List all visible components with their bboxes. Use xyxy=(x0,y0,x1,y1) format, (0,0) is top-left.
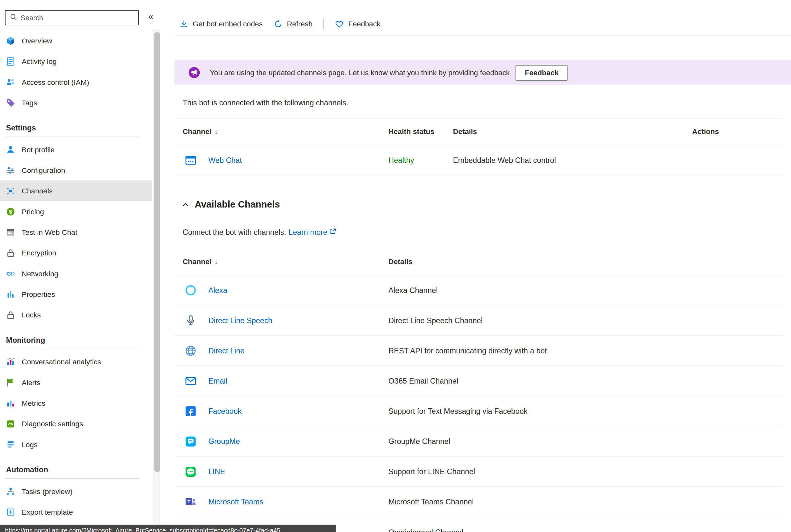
channel-link-line[interactable]: LINE xyxy=(208,467,225,476)
subtitle-text: Connect the bot with channels. xyxy=(183,228,286,236)
channel-link-direct-line-speech[interactable]: Direct Line Speech xyxy=(208,316,272,325)
locks-icon xyxy=(6,310,15,319)
resource-menu-sidebar: Search « OverviewActivity logAccess cont… xyxy=(0,0,161,532)
channel-link-facebook[interactable]: Facebook xyxy=(208,407,241,415)
sidebar-item-alerts[interactable]: Alerts xyxy=(0,372,152,393)
feedback-toolbar-label: Feedback xyxy=(348,20,380,27)
networking-icon xyxy=(6,269,15,278)
channel-link-web-chat[interactable]: Web Chat xyxy=(208,156,242,165)
available-table-header: Channel ↓ Details xyxy=(174,248,784,275)
collapse-sidebar-icon[interactable]: « xyxy=(148,12,153,21)
sidebar-item-locks[interactable]: Locks xyxy=(0,305,152,325)
alexa-icon xyxy=(185,284,197,296)
banner-feedback-button[interactable]: Feedback xyxy=(516,65,568,81)
direct-line-icon xyxy=(185,344,197,357)
sidebar-item-metrics[interactable]: Metrics xyxy=(0,393,152,413)
available-channels-subtitle: Connect the bot with channels. Learn mor… xyxy=(183,228,336,236)
azure-portal-bot-channels-page: Search « OverviewActivity logAccess cont… xyxy=(0,0,791,532)
connected-channel-row: Web ChatHealthyEmbeddable Web Chat contr… xyxy=(174,145,784,175)
channel-details: Microsoft Teams Channel xyxy=(380,497,784,506)
sidebar-item-label: Logs xyxy=(21,440,37,448)
alerts-icon xyxy=(6,378,15,387)
sidebar-item-label: Conversational analytics xyxy=(21,358,101,366)
browser-status-bar: https://ms.portal.azure.com/?Microsoft_A… xyxy=(0,525,336,532)
get-bot-embed-codes-button[interactable]: Get bot embed codes xyxy=(180,19,263,28)
activity-log-icon xyxy=(6,57,15,65)
channel-details: Omnichannel Channel xyxy=(380,528,784,532)
sidebar-scrollbar[interactable] xyxy=(153,29,160,532)
megaphone-icon xyxy=(188,66,200,79)
search-input[interactable]: Search xyxy=(5,10,139,25)
sidebar-item-tags[interactable]: Tags xyxy=(0,92,152,113)
available-channel-row: Direct Line SpeechDirect Line Speech Cha… xyxy=(174,305,784,336)
sidebar-item-configuration[interactable]: Configuration xyxy=(0,160,152,180)
sidebar-item-activity-log[interactable]: Activity log xyxy=(0,51,152,71)
status-url-text: https://ms.portal.azure.com/?Microsoft_A… xyxy=(5,527,286,532)
nav-section-automation: Automation xyxy=(0,462,152,477)
available-channel-row: LINELINESupport for LINE Channel xyxy=(174,456,784,487)
sidebar-item-label: Channels xyxy=(21,187,52,195)
sidebar-item-pricing[interactable]: $Pricing xyxy=(0,201,152,222)
overview-icon xyxy=(6,36,15,45)
nav-section-divider xyxy=(5,136,139,137)
export-template-icon xyxy=(6,507,15,516)
column-header-channel[interactable]: Channel ↓ xyxy=(174,128,380,136)
facebook-icon xyxy=(185,405,197,417)
channel-link-direct-line[interactable]: Direct Line xyxy=(208,346,244,355)
conversational-analytics-icon xyxy=(6,357,15,366)
channel-details: Support for LINE Channel xyxy=(380,467,784,476)
learn-more-link[interactable]: Learn more xyxy=(289,228,337,236)
diagnostic-settings-icon xyxy=(6,419,15,428)
pricing-icon: $ xyxy=(6,207,15,216)
column-header-actions: Actions xyxy=(684,128,784,136)
sidebar-item-overview[interactable]: Overview xyxy=(0,30,152,51)
sidebar-item-channels[interactable]: Channels xyxy=(0,180,152,201)
svg-text:T: T xyxy=(187,499,190,504)
sidebar-item-export-template[interactable]: Export template xyxy=(0,501,152,522)
sidebar-item-label: Overview xyxy=(21,37,52,45)
column-header-details: Details xyxy=(445,128,684,136)
sort-descending-icon: ↓ xyxy=(215,258,218,265)
sidebar-item-test-in-web-chat[interactable]: Test in Web Chat xyxy=(0,222,152,242)
channel-link-alexa[interactable]: Alexa xyxy=(208,286,227,294)
line-icon: LINE xyxy=(185,466,197,478)
sidebar-item-label: Test in Web Chat xyxy=(21,228,77,236)
sidebar-item-diagnostic-settings[interactable]: Diagnostic settings xyxy=(0,413,152,434)
sidebar-item-label: Pricing xyxy=(21,208,44,215)
available-channel-row: EmailO365 Email Channel xyxy=(174,366,784,396)
available-channel-row: TMicrosoft TeamsMicrosoft Teams Channel xyxy=(174,487,784,517)
channel-link-microsoft-teams[interactable]: Microsoft Teams xyxy=(208,497,263,506)
channel-details: Embeddable Web Chat control xyxy=(445,156,684,165)
connected-table-header: Channel ↓ Health status Details Actions xyxy=(174,118,784,145)
toolbar-separator xyxy=(174,35,791,36)
sidebar-item-conversational-analytics[interactable]: Conversational analytics xyxy=(0,352,152,372)
connected-channels-intro: This bot is connected with the following… xyxy=(183,98,348,107)
channels-icon xyxy=(6,186,15,195)
channel-link-email[interactable]: Email xyxy=(208,377,227,385)
sidebar-item-bot-profile[interactable]: Bot profile xyxy=(0,139,152,160)
sidebar-item-label: Diagnostic settings xyxy=(21,420,83,428)
feedback-toolbar-button[interactable]: Feedback xyxy=(335,19,380,28)
sidebar-item-access-control-iam[interactable]: Access control (IAM) xyxy=(0,72,152,92)
chevron-up-icon[interactable] xyxy=(182,201,189,209)
refresh-button[interactable]: Refresh xyxy=(274,19,312,28)
refresh-icon xyxy=(274,19,282,28)
sidebar-item-encryption[interactable]: Encryption xyxy=(0,243,152,263)
updated-page-banner: You are using the updated channels page.… xyxy=(174,60,791,84)
channel-link-groupme[interactable]: GroupMe xyxy=(208,437,240,445)
sidebar-item-label: Metrics xyxy=(21,399,45,407)
nav-section-monitoring: Monitoring xyxy=(0,332,152,347)
nav-section-divider xyxy=(5,478,139,479)
sidebar-item-label: Properties xyxy=(21,290,55,298)
channel-details: Alexa Channel xyxy=(380,286,784,294)
sidebar-item-networking[interactable]: Networking xyxy=(0,263,152,284)
sidebar-item-tasks-preview[interactable]: Tasks (preview) xyxy=(0,481,152,501)
sidebar-item-label: Networking xyxy=(21,269,58,278)
channel-details: Direct Line Speech Channel xyxy=(380,316,784,325)
available-channel-row: GroupMeGroupMe Channel xyxy=(174,426,784,456)
sidebar-item-logs[interactable]: Logs xyxy=(0,434,152,455)
sidebar-item-properties[interactable]: Properties xyxy=(0,284,152,304)
column-header-channel[interactable]: Channel ↓ xyxy=(174,257,380,265)
scrollbar-thumb[interactable] xyxy=(154,32,160,472)
download-icon xyxy=(180,19,188,28)
